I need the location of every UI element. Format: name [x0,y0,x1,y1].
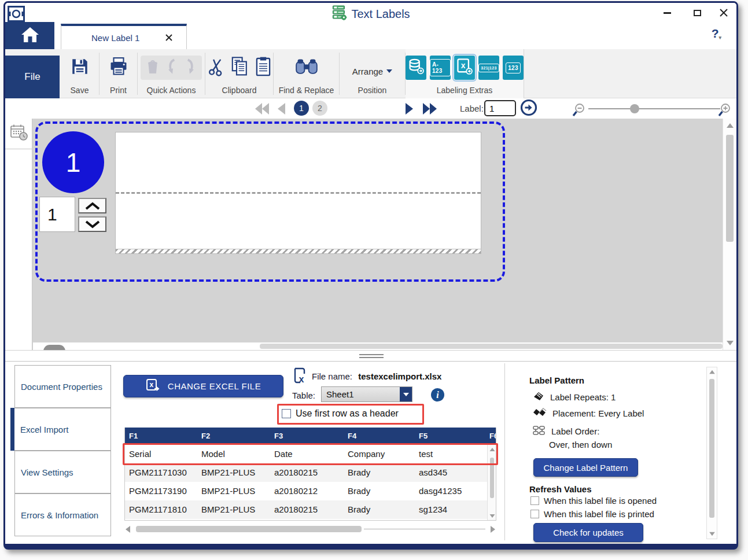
table-scroll-left-icon[interactable] [126,526,130,533]
table-hscrollbar[interactable] [124,524,496,534]
table-scroll-right-icon[interactable] [491,526,495,533]
refresh-printed-option[interactable]: When this label file is printed [530,509,654,519]
zoom-out-icon[interactable] [571,102,586,117]
table-row[interactable]: SerialModelDateCompanytest [125,445,496,463]
copy-icon[interactable] [231,56,249,79]
table-scroll-up-icon[interactable] [490,448,495,451]
sidebar-item-document-properties[interactable]: Document Properties [14,365,111,408]
sidebar-item-excel-import[interactable]: Excel Import [14,408,111,451]
scissors-icon[interactable] [208,57,225,79]
change-excel-file-button[interactable]: x CHANGE EXCEL FILE [123,375,283,397]
file-button[interactable]: File [5,56,60,98]
spinner-down-button[interactable] [78,216,106,232]
table-cell: Serial [129,449,151,459]
close-icon[interactable] [718,8,729,18]
table-cell: Brady [348,486,370,496]
table-scroll-down-icon[interactable] [490,514,495,518]
zoom-in-icon[interactable] [717,102,732,117]
excel-import-button[interactable]: x [454,56,475,80]
table-vscroll-thumb[interactable] [490,458,494,498]
page-2-button[interactable]: 2 [312,101,327,116]
first-row-header-option[interactable]: Use first row as a header [282,408,399,419]
dropdown-arrow-icon[interactable] [400,387,412,401]
table-vscrollbar[interactable] [487,445,496,521]
table-row[interactable]: PGM21171030BMP21-PLUSa20180215Bradyasd34… [125,463,496,482]
refresh-values-title: Refresh Values [529,484,592,494]
canvas-vscroll-thumb[interactable] [726,135,734,242]
canvas-hscrollbar[interactable] [33,342,723,350]
scroll-down-icon[interactable] [727,341,734,345]
date-time-tool[interactable] [5,119,32,149]
help-button[interactable]: ?▾ [712,27,721,40]
change-label-pattern-button[interactable]: Change Label Pattern [533,458,638,477]
label-pattern-title: Label Pattern [529,375,584,385]
undo-icon[interactable] [165,58,179,78]
window-title: Text Labels [351,8,410,21]
refresh-opened-checkbox[interactable] [530,496,539,505]
tab-new-label-1[interactable]: New Label 1 [61,24,187,49]
check-for-updates-label: Check for updates [553,528,624,537]
print-group[interactable]: Print [100,49,137,98]
placement-row: Placement: Every Label [533,408,644,419]
numbers-button[interactable]: 123 [503,56,524,80]
table-row[interactable]: PGM21171810BMP21-PLUSa20180215Bradysg123… [125,500,496,519]
refresh-printed-checkbox[interactable] [530,510,539,518]
first-label-button[interactable] [253,101,271,116]
sidebar-item-errors-information[interactable]: Errors & Information [14,493,111,536]
go-to-label-button[interactable] [520,100,537,115]
spinner-value: 1 [47,205,57,224]
home-button[interactable] [5,22,54,49]
refresh-opened-option[interactable]: When this label file is opened [530,496,657,506]
trash-icon[interactable] [145,58,160,78]
label-number-input[interactable] [484,100,516,116]
table-hscroll-thumb[interactable] [136,526,362,532]
binoculars-icon[interactable] [296,58,318,78]
panel-splitter[interactable] [5,350,736,362]
a123-sequence-button[interactable]: A-123 [430,56,451,80]
excel-table[interactable]: F1F2F3F4F5F6 SerialModelDateCompanytestP… [124,428,496,521]
panel-scroll-down-icon[interactable] [709,532,715,536]
tab-close-icon[interactable] [164,32,174,43]
prev-label-button[interactable] [275,101,288,116]
label-text-area[interactable] [115,132,481,254]
sidebar-item-view-settings[interactable]: View Settings [14,451,111,493]
print-icon[interactable] [109,57,128,79]
serial-sequence-button[interactable]: 321|123 [478,56,499,80]
serial-icon: 321|123 [478,64,499,72]
panel-scroll-up-icon[interactable] [709,370,715,374]
last-label-button[interactable] [421,101,439,116]
table-cell: Brady [348,504,370,514]
table-row[interactable]: PGM21173190BMP21-PLUSa20180212Bradydasg4… [125,482,496,500]
right-panel-vscrollbar[interactable] [706,367,717,539]
column-header-f2: F2 [201,432,210,440]
page-1-button[interactable]: 1 [294,101,309,116]
data-source-button[interactable] [406,56,426,80]
maximize-icon[interactable] [691,8,703,18]
check-for-updates-button[interactable]: Check for updates [533,523,643,542]
label-canvas[interactable]: 1 1 [5,119,736,350]
canvas-vscrollbar[interactable] [723,119,736,350]
scroll-up-icon[interactable] [727,123,734,128]
first-row-header-checkbox[interactable] [282,409,291,418]
next-label-button[interactable] [403,101,416,116]
app-icon[interactable] [8,6,25,22]
find-replace-group[interactable]: Find & Replace [274,49,339,98]
zoom-slider-thumb[interactable] [630,104,639,113]
panel-vscroll-thumb[interactable] [709,379,714,518]
quick-actions-group: Quick Actions [138,49,205,98]
arrange-dropdown[interactable]: Arrange [352,67,392,76]
tab-bar: New Label 1 ?▾ [5,23,736,49]
redo-icon[interactable] [183,58,197,78]
save-icon[interactable] [70,57,90,79]
minimize-icon[interactable] [661,8,673,18]
canvas-hscroll-thumb[interactable] [260,344,723,349]
a123-icon: A-123 [430,59,451,76]
sheet-dropdown[interactable]: Sheet1 [321,386,412,402]
save-group[interactable]: Save [60,49,99,98]
zoom-slider[interactable] [588,108,720,109]
info-button[interactable]: i [431,388,444,401]
label-order-text: Label Order: [551,426,599,436]
spinner-up-button[interactable] [78,198,106,213]
paste-icon[interactable] [255,56,271,79]
label-count-spinner[interactable]: 1 [39,197,75,232]
